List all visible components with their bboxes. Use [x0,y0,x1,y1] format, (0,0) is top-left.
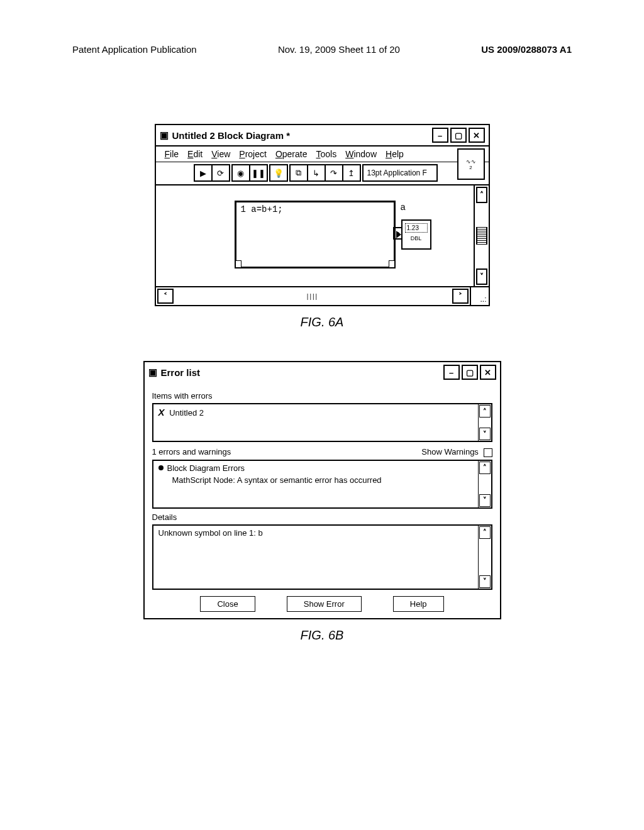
scroll-up-button[interactable]: ˄ [476,187,487,203]
show-warnings-checkbox[interactable] [484,448,492,457]
figure-6b-caption: FIG. 6B [301,628,344,643]
menubar: File Edit View Project Operate Tools Win… [156,145,489,162]
block-diagram-window: ▣ Untitled 2 Block Diagram * – ▢ ✕ File … [155,124,490,306]
help-button[interactable]: Help [393,596,444,612]
window-resize-grip[interactable]: ..: [470,287,489,305]
maximize-button[interactable]: ▢ [450,128,467,143]
error-count-label: 1 errors and warnings [152,447,231,456]
scroll-track[interactable]: |||| [175,287,451,305]
scroll-up-button[interactable]: ˄ [479,462,491,474]
page-header: Patent Application Publication Nov. 19, … [0,0,644,55]
minimize-button[interactable]: – [432,128,448,143]
close-button[interactable]: ✕ [480,365,496,380]
error-x-icon: X [158,407,165,418]
menu-window[interactable]: Window [345,149,377,159]
figure-6a-caption: FIG. 6A [301,315,344,329]
bullet-icon [158,465,164,470]
date-sheet: Nov. 19, 2009 Sheet 11 of 20 [278,44,400,55]
menu-operate[interactable]: Operate [275,149,308,159]
resize-handle-icon[interactable] [235,260,242,268]
diagram-canvas[interactable]: 1 a=b+1; a a 1.23 DBL [156,185,474,286]
scroll-down-button[interactable]: ˅ [479,494,491,507]
window-b-title: Error list [161,367,201,378]
window-a-titlebar[interactable]: ▣ Untitled 2 Block Diagram * – ▢ ✕ [156,125,489,145]
show-error-button[interactable]: Show Error [287,596,362,612]
app-icon: ▣ [148,367,157,378]
error-entry[interactable]: MathScript Node: A syntax or semantic er… [158,475,473,485]
window-b-titlebar[interactable]: ▣ Error list – ▢ ✕ [145,362,500,382]
horizontal-scrollbar[interactable]: ˂ |||| ˃ ..: [156,286,489,305]
scroll-up-button[interactable]: ˄ [479,405,491,418]
pub-label: Patent Application Publication [72,44,197,55]
error-list-window: ▣ Error list – ▢ ✕ Items with errors X U… [143,361,501,619]
toolbar: ▶ ⟳ ◉ ❚❚ 💡 ⧉ ↳ ↷ ↥ 13pt Application F [156,162,489,185]
minimize-button[interactable]: – [443,365,460,380]
menu-help[interactable]: Help [386,149,404,159]
indicator-value: 1.23 [405,223,428,233]
errors-listbox[interactable]: Block Diagram Errors MathScript Node: A … [152,460,492,509]
details-text: Unknown symbol on line 1: b [153,526,478,589]
error-group-header: Block Diagram Errors [167,463,245,473]
indicator-type: DBL [402,235,430,241]
items-with-errors-label: Items with errors [152,391,492,401]
resize-handle-icon[interactable] [389,260,395,268]
pause-button[interactable]: ❚❚ [249,165,267,180]
run-button[interactable]: ▶ [195,165,211,180]
items-listbox[interactable]: X Untitled 2 ˄ ˅ [152,403,492,442]
highlight-exec-button[interactable]: 💡 [270,165,287,180]
retain-wire-button[interactable]: ⧉ [291,165,307,180]
mathscript-node[interactable]: 1 a=b+1; a a [235,201,396,268]
scroll-right-button[interactable]: ˃ [452,289,469,304]
menu-view[interactable]: View [211,149,230,159]
run-cont-button[interactable]: ⟳ [211,165,229,180]
vertical-scrollbar[interactable]: ˄ ˅ [474,185,489,286]
details-label: Details [152,512,492,522]
close-button[interactable]: ✕ [469,128,485,143]
scroll-down-button[interactable]: ˅ [479,575,491,588]
step-into-button[interactable]: ↳ [307,165,325,180]
app-icon: ▣ [160,130,169,141]
maximize-button[interactable]: ▢ [462,365,478,380]
menu-file[interactable]: File [165,149,179,159]
close-button[interactable]: Close [200,596,255,612]
window-a-title: Untitled 2 Block Diagram * [172,130,291,141]
numeric-indicator[interactable]: 1.23 DBL [401,219,431,250]
menu-edit[interactable]: Edit [187,149,203,159]
scroll-thumb[interactable] [476,227,487,245]
step-over-button[interactable]: ↷ [325,165,342,180]
menu-project[interactable]: Project [239,149,267,159]
step-out-button[interactable]: ↥ [342,165,360,180]
vi-icon[interactable]: ∿∿ 2 [457,148,485,180]
font-selector[interactable]: 13pt Application F [362,164,438,182]
scroll-up-button[interactable]: ˄ [479,526,491,539]
scroll-down-button[interactable]: ˅ [479,428,491,440]
scroll-down-button[interactable]: ˅ [476,268,487,285]
show-warnings-label: Show Warnings [421,447,479,456]
error-item[interactable]: Untitled 2 [169,408,204,418]
scroll-left-button[interactable]: ˂ [157,289,174,304]
abort-button[interactable]: ◉ [233,165,249,180]
output-terminal-label: a [401,202,406,212]
mathscript-code[interactable]: 1 a=b+1; [241,204,283,214]
indicator-arrow-icon [396,231,401,238]
pub-number: US 2009/0288073 A1 [481,44,572,55]
menu-tools[interactable]: Tools [316,149,337,159]
details-box[interactable]: Unknown symbol on line 1: b ˄ ˅ [152,524,492,590]
